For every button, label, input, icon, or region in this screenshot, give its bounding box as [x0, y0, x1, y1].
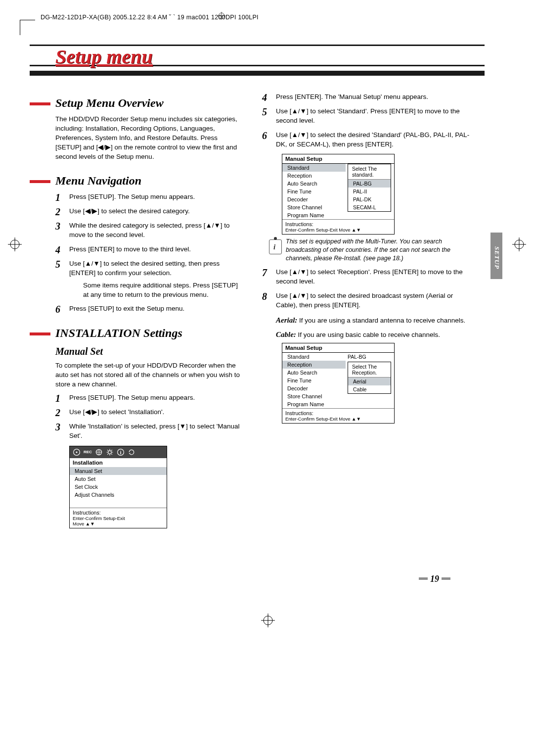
osd-menu-row: Reception: [282, 361, 346, 369]
osd-menu-row: Adjust Channels: [70, 491, 167, 499]
osd-menu-title: Manual Setup: [282, 343, 394, 353]
osd-menu-row: Auto Set: [70, 475, 167, 483]
osd-menu-row: Set Clock: [70, 483, 167, 491]
osd-menu-installation: REC i Installation Manual Set Auto Set S…: [69, 446, 167, 528]
dvd-icon: [73, 448, 81, 456]
osd-option: PAL-II: [348, 188, 391, 195]
step: 2Use [◀/▶] to select the desired categor…: [55, 207, 242, 216]
osd-menu-reception: Manual Setup Standard Reception Auto Sea…: [282, 343, 395, 424]
osd-menu-standard: Manual Setup Standard Reception Auto Sea…: [282, 154, 395, 235]
info-icon: [269, 239, 282, 254]
right-column: 4Press [ENTER]. The 'Manual Setup' menu …: [262, 89, 475, 528]
chapter-banner: Setup menu: [30, 45, 485, 76]
right-steps-b: 7Use [▲/▼] to select 'Reception'. Press …: [262, 268, 475, 310]
section-heading: INSTALLATION Settings: [30, 327, 242, 340]
osd-menu-row: Reception: [282, 172, 346, 180]
osd-menu-row: Standard: [282, 353, 346, 361]
osd-menu-row: Decoder: [282, 195, 346, 203]
step: 3While 'Installation' is selected, press…: [55, 422, 242, 441]
step: 7Use [▲/▼] to select 'Reception'. Press …: [262, 268, 475, 286]
navigation-steps: 1Press [SETUP]. The Setup menu appears. …: [55, 192, 242, 314]
osd-menu-title: Manual Setup: [282, 154, 394, 164]
registration-mark: [8, 237, 22, 251]
osd-hint: Select Thestandard.: [348, 164, 391, 180]
right-steps-a: 4Press [ENTER]. The 'Manual Setup' menu …: [262, 93, 475, 149]
osd-icon-bar: REC i: [70, 446, 167, 458]
chapter-title: Setup menu: [55, 45, 153, 68]
osd-menu-row: Store Channel: [282, 392, 346, 400]
step: 1Press [SETUP]. The Setup menu appears.: [55, 393, 242, 403]
registration-mark: [512, 237, 526, 251]
side-tab: SETUP: [490, 233, 502, 279]
cable-definition: Cable: If you are using basic cable to r…: [276, 330, 475, 340]
osd-menu-row: Auto Search: [282, 369, 346, 377]
manual-intro: To complete the set-up of your HDD/DVD R…: [55, 361, 242, 389]
step: 2Use [◀/▶] to select 'Installation'.: [55, 408, 242, 417]
osd-value: PAL-BG: [346, 353, 394, 361]
osd-menu-row: Auto Search: [282, 180, 346, 188]
osd-option: Aerial: [348, 378, 391, 385]
step: 3While the desired category is selected,…: [55, 221, 242, 240]
manual-steps: 1Press [SETUP]. The Setup menu appears. …: [55, 393, 242, 441]
osd-menu-row: Fine Tune: [282, 188, 346, 195]
osd-option: PAL-BG: [348, 180, 391, 188]
step: 5Use [▲/▼] to select the desired setting…: [55, 259, 242, 300]
gear-icon: [106, 448, 114, 456]
osd-menu-row: Program Name: [282, 211, 346, 219]
page-number: 19: [416, 574, 453, 584]
osd-option: PAL-DK: [348, 195, 391, 203]
osd-hint: Select TheReception.: [348, 362, 391, 378]
osd-option: SECAM-L: [348, 203, 391, 211]
osd-instructions: Instructions: Enter-Confirm Setup-Exit M…: [282, 219, 394, 234]
step: 8Use [▲/▼] to select the desired broadca…: [262, 291, 475, 310]
step: 5Use [▲/▼] to select 'Standard'. Press […: [262, 107, 475, 126]
overview-text: The HDD/DVD Recorder Setup menu includes…: [55, 115, 242, 161]
osd-menu-row: Manual Set: [70, 467, 167, 475]
osd-menu-row: Program Name: [282, 400, 346, 408]
step: 6Use [▲/▼] to select the desired 'Standa…: [262, 131, 475, 149]
step: 4Press [ENTER] to move to the third leve…: [55, 245, 242, 254]
svg-point-13: [76, 451, 77, 453]
osd-option: Cable: [348, 385, 391, 393]
step-note: Some items require additional steps. Pre…: [83, 281, 242, 300]
left-column: Setup Menu Overview The HDD/DVD Recorder…: [30, 89, 242, 528]
osd-menu-row: Fine Tune: [282, 377, 346, 384]
section-heading: Menu Navigation: [30, 174, 242, 188]
step: 4Press [ENTER]. The 'Manual Setup' menu …: [262, 93, 475, 102]
section-heading: Setup Menu Overview: [30, 96, 242, 110]
osd-instructions: Instructions: Enter-Confirm Setup-Exit M…: [282, 408, 394, 423]
info-icon: i: [117, 448, 125, 456]
globe-icon: [95, 448, 103, 456]
step: 6Press [SETUP] to exit the Setup menu.: [55, 304, 242, 314]
osd-submenu: Select TheReception. Aerial Cable: [348, 362, 391, 394]
registration-mark: [261, 614, 275, 627]
restore-icon: [128, 448, 135, 456]
info-note: This set is equipped with the Multi-Tune…: [269, 237, 475, 263]
subsection-heading: Manual Set: [55, 346, 242, 357]
print-header: DG-M22-12D1P-XA(GB) 2005.12.22 8:4 AM ˘ …: [41, 14, 259, 21]
osd-submenu: Select Thestandard. PAL-BG PAL-II PAL-DK…: [348, 164, 391, 212]
aerial-definition: Aerial: If you are using a standard ante…: [276, 315, 475, 326]
osd-menu-title: Installation: [70, 458, 167, 467]
step: 1Press [SETUP]. The Setup menu appears.: [55, 192, 242, 202]
osd-menu-row: Decoder: [282, 384, 346, 392]
svg-text:i: i: [120, 450, 122, 455]
svg-point-15: [108, 450, 111, 453]
osd-menu-row: Standard: [282, 164, 346, 172]
osd-menu-row: Store Channel: [282, 203, 346, 211]
osd-instructions: Instructions: Enter-Confirm Setup-Exit M…: [70, 508, 167, 528]
